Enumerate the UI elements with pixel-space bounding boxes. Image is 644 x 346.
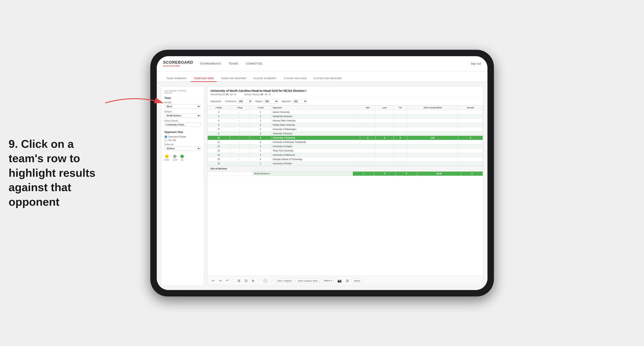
out-of-division-row[interactable]: NCAA Division II10026.003 [208, 171, 483, 176]
table-cell: - [230, 148, 250, 153]
table-cell: 2 [250, 127, 272, 131]
table-cell: 8 [458, 136, 483, 140]
table-cell [394, 118, 407, 123]
table-cell: Texas Tech University [271, 148, 360, 153]
toolbar-sep-3 [272, 279, 272, 283]
table-cell [360, 131, 375, 136]
nav-tournaments[interactable]: TOURNAMENTS [200, 61, 221, 66]
table-row[interactable]: 13-1Texas Tech University [208, 148, 483, 153]
table-cell [360, 153, 375, 157]
table-row[interactable]: 2-1Auburn University [208, 110, 483, 114]
out-of-division-cell: 3 [461, 171, 483, 176]
division-select[interactable]: NCAA Division I [164, 113, 200, 118]
tab-team-summary[interactable]: TEAM SUMMARY [163, 75, 190, 82]
tab-team-h2h-heatmap[interactable]: TEAM H2H HEATMAP [218, 75, 249, 82]
grid-table-container[interactable]: # Rank # Reg # Conf Opponent Win Loss Ti… [208, 105, 483, 276]
back-button[interactable]: ↶ [225, 278, 230, 283]
col-reg: # Reg [230, 105, 250, 110]
table-cell: Auburn University [271, 110, 360, 114]
table-cell [407, 144, 458, 148]
tab-player-summary[interactable]: PLAYER SUMMARY [250, 75, 280, 82]
table-cell [407, 140, 458, 144]
undo-button[interactable]: ↩ [211, 278, 216, 283]
save-custom-view-button[interactable]: Save Custom View [296, 279, 320, 283]
share-button[interactable]: Share [352, 279, 362, 283]
grid-button[interactable]: ⊞ [345, 278, 350, 283]
radio-top100[interactable]: Top 100 [164, 139, 200, 142]
table-cell [376, 110, 394, 114]
view-original-button[interactable]: View: Original [275, 279, 294, 283]
opponent-view-title: Opponent View [164, 131, 200, 134]
opponents-filter-label: Opponents: [211, 100, 222, 102]
sign-out-link[interactable]: Sign out [471, 62, 481, 65]
table-cell: 2 [250, 114, 272, 118]
nav-teams[interactable]: TEAMS [229, 61, 238, 66]
table-cell [394, 140, 407, 144]
copy-button[interactable]: ⊞ [236, 278, 241, 283]
table-row[interactable]: 3-2Vanderbilt University [208, 114, 483, 118]
out-of-division-cell [222, 171, 238, 176]
radio-opponents-played-label: Opponents Played [168, 136, 186, 138]
tablet-device: SCOREBOARD Powered by clippi TOURNAMENTS… [150, 50, 494, 297]
table-row[interactable]: 9-3University of Arizona [208, 131, 483, 136]
table-cell: Arizona State University [271, 118, 360, 123]
table-cell [394, 110, 407, 114]
region-filter-select[interactable]: (All) [263, 99, 278, 103]
table-cell: - [230, 153, 250, 157]
table-cell: - [230, 114, 250, 118]
format-button[interactable]: ⊕ [250, 278, 256, 283]
page-wrapper: 9. Click on a team's row to highlight re… [0, 0, 644, 346]
redo-button[interactable]: ↪ [218, 278, 223, 283]
table-row[interactable]: 8-2University of Washington [208, 127, 483, 131]
table-cell [407, 127, 458, 131]
table-cell: 13 [208, 148, 230, 153]
table-row[interactable]: 12-3University of Virginia [208, 144, 483, 148]
table-row[interactable]: 14-2University of Oklahoma [208, 153, 483, 157]
table-cell [360, 127, 375, 131]
table-cell: - [230, 131, 250, 136]
watch-label: Watch ▾ [324, 279, 332, 282]
screenshot-button[interactable]: 📷 [336, 278, 343, 283]
table-row[interactable]: 11-6University of Arkansas, Fayetteville [208, 140, 483, 144]
table-cell: - [230, 118, 250, 123]
col-win: Win [360, 105, 375, 110]
tab-player-h2h-heatmap[interactable]: PLAYER H2H HEATMAP [311, 75, 345, 82]
table-cell [394, 114, 407, 118]
nav-committee[interactable]: COMMITTEE [246, 61, 262, 66]
watch-button[interactable]: Watch ▾ [322, 278, 334, 283]
opponent-filter-select[interactable]: (All) [292, 99, 307, 103]
table-cell [407, 131, 458, 136]
legend-row: Down Level Up [164, 155, 200, 161]
save-custom-label: Save Custom View [298, 280, 318, 282]
conference-filter-select[interactable]: (All) [237, 99, 252, 103]
school-input[interactable] [164, 123, 200, 127]
tab-team-h2h-grid[interactable]: TEAM H2H GRID [191, 75, 217, 82]
tab-player-h2h-grid[interactable]: PLAYER H2H GRID [281, 75, 310, 82]
table-cell [407, 110, 458, 114]
table-cell [360, 157, 375, 161]
colour-by-select[interactable]: Win/loss [164, 146, 200, 151]
table-row[interactable]: 16-1University of Florida [208, 161, 483, 166]
table-cell: 0 [394, 136, 407, 140]
table-cell: Vanderbilt University [271, 114, 360, 118]
bottom-toolbar: ↩ ↪ ↶ ⊞ ⊟ ⊕ 🕐 View: Original [208, 276, 483, 286]
gender-select[interactable]: Men's [164, 104, 200, 109]
table-cell: 15 [208, 157, 230, 161]
table-row[interactable]: 15-4Georgia Institute of Technology [208, 157, 483, 161]
table-cell [458, 144, 483, 148]
table-cell: 3 [208, 114, 230, 118]
share-label: Share [354, 280, 360, 282]
table-cell [376, 140, 394, 144]
clock-button[interactable]: 🕐 [262, 278, 269, 283]
table-cell [458, 148, 483, 153]
table-cell: Georgia Institute of Technology [271, 157, 360, 161]
table-row[interactable]: 4-1Arizona State University [208, 118, 483, 123]
table-cell: 1 [250, 161, 272, 166]
table-cell [360, 144, 375, 148]
table-row[interactable]: 6-2Florida State University [208, 123, 483, 127]
sidebar: Last Updated: 27/03/2024 16:55:38 Team G… [161, 86, 204, 286]
radio-opponents-played[interactable]: Opponents Played [164, 135, 200, 138]
table-row[interactable]: 10-5University of Alabama3002.618 [208, 136, 483, 140]
paste-button[interactable]: ⊟ [244, 278, 248, 283]
table-cell [407, 118, 458, 123]
